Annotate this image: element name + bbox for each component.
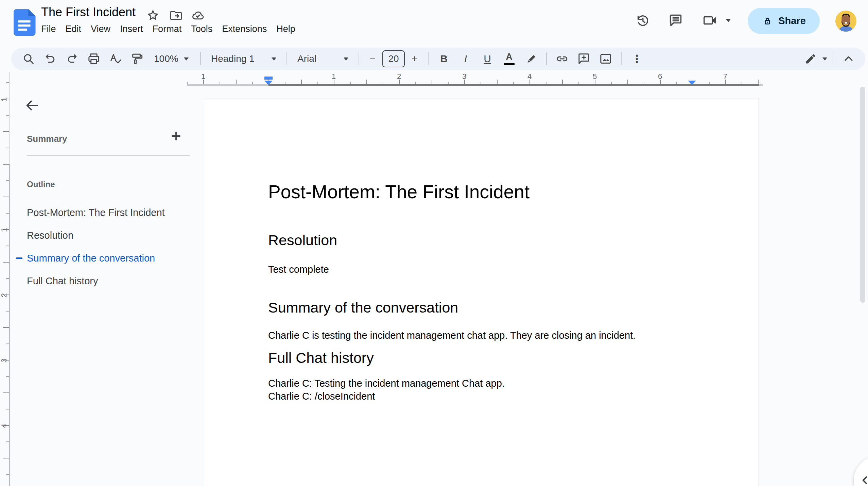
share-button[interactable]: Share: [748, 8, 820, 34]
font-size-input[interactable]: 20: [382, 50, 405, 67]
chat-line: Charlie C: Testing the incident manageme…: [268, 377, 505, 390]
call-options-caret-icon[interactable]: [726, 19, 731, 22]
add-summary-button[interactable]: [167, 127, 185, 145]
plus-icon: [170, 130, 183, 143]
doc-heading2-resolution[interactable]: Resolution: [268, 232, 337, 249]
share-button-label: Share: [778, 15, 806, 27]
active-item-dash-icon: [16, 257, 22, 259]
outline-item-label: Resolution: [27, 230, 73, 241]
search-icon: [22, 52, 35, 66]
document-page[interactable]: Post-Mortem: The First Incident Resoluti…: [204, 99, 759, 486]
add-comment-button[interactable]: [574, 49, 594, 69]
hide-menus-button[interactable]: [839, 49, 858, 69]
doc-heading2-summary[interactable]: Summary of the conversation: [268, 299, 458, 316]
outline-item[interactable]: Resolution: [10, 224, 194, 247]
print-button[interactable]: [84, 49, 104, 69]
chevron-left-icon: [858, 473, 868, 486]
underline-button[interactable]: U: [478, 49, 497, 69]
toolbar-divider: [833, 52, 833, 65]
vruler-content-edge: [9, 164, 10, 486]
undo-icon: [44, 52, 57, 66]
menu-insert[interactable]: Insert: [115, 21, 148, 36]
ruler-number: 4: [527, 72, 532, 81]
show-side-panel-button[interactable]: [854, 456, 868, 486]
menu-edit[interactable]: Edit: [61, 21, 86, 36]
vertical-scrollbar-thumb[interactable]: [860, 87, 865, 303]
ruler-number: 1: [201, 72, 205, 81]
outline-item-label: Post-Mortem: The First Incident: [27, 207, 165, 218]
toolbar-right-group: [801, 49, 858, 69]
spellcheck-icon: [109, 52, 122, 66]
plus-icon: +: [412, 54, 418, 64]
menu-tools[interactable]: Tools: [186, 21, 217, 36]
style-value: Heading 1: [211, 53, 255, 64]
toolbar: 100% Heading 1 Arial − 20 + B I U: [11, 48, 865, 70]
text-color-button[interactable]: A: [499, 49, 519, 69]
doc-paragraph[interactable]: Charlie C: Testing the incident manageme…: [268, 377, 505, 403]
search-menus-button[interactable]: [19, 49, 38, 69]
google-docs-window: The First Incident File Edit View Insert…: [0, 0, 868, 486]
first-line-indent-marker[interactable]: [264, 77, 273, 80]
ruler-number: 1: [332, 72, 336, 81]
menu-bar: File Edit View Insert Format Tools Exten…: [36, 21, 300, 37]
left-indent-marker[interactable]: [264, 81, 273, 85]
spelling-grammar-button[interactable]: [106, 49, 125, 69]
highlight-color-button[interactable]: [521, 49, 541, 69]
zoom-select[interactable]: 100%: [149, 49, 195, 69]
vruler-number: 1: [0, 226, 8, 234]
ruler-number: 6: [658, 72, 662, 81]
editing-mode-caret-icon[interactable]: [822, 57, 827, 61]
docs-logo-icon[interactable]: [14, 9, 36, 36]
comments-button[interactable]: [667, 12, 684, 29]
bold-button[interactable]: B: [434, 49, 454, 69]
doc-heading2-chat-history[interactable]: Full Chat history: [268, 350, 374, 366]
insert-image-button[interactable]: [596, 49, 615, 69]
chat-line: Charlie C: /closeIncident: [268, 390, 505, 403]
undo-button[interactable]: [40, 49, 60, 69]
sidebar-divider: [27, 155, 190, 156]
outline-item[interactable]: Post-Mortem: The First Incident: [10, 201, 194, 224]
account-avatar[interactable]: [835, 11, 856, 32]
close-outline-button[interactable]: [22, 96, 41, 115]
toolbar-divider: [546, 52, 547, 65]
doc-paragraph[interactable]: Charlie C is testing the incident manage…: [268, 329, 636, 342]
outline-item-label: Summary of the conversation: [27, 253, 155, 264]
increase-font-size-button[interactable]: +: [407, 49, 422, 69]
ruler-number: 7: [723, 72, 727, 81]
toolbar-divider: [200, 52, 201, 65]
outline-list: Post-Mortem: The First Incident Resoluti…: [10, 201, 194, 292]
document-title[interactable]: The First Incident: [41, 5, 136, 20]
cloud-saved-icon: [191, 9, 205, 22]
lock-icon: [762, 15, 773, 27]
menu-help[interactable]: Help: [272, 21, 300, 36]
zoom-value: 100%: [154, 53, 178, 64]
redo-button[interactable]: [62, 49, 82, 69]
decrease-font-size-button[interactable]: −: [365, 49, 380, 69]
ruler-number: 3: [462, 72, 466, 81]
italic-button[interactable]: I: [456, 49, 475, 69]
menu-extensions[interactable]: Extensions: [217, 21, 272, 36]
ruler-number: 2: [397, 72, 401, 81]
paint-format-button[interactable]: [127, 49, 147, 69]
insert-link-button[interactable]: [552, 49, 572, 69]
outline-item-active[interactable]: Summary of the conversation: [10, 247, 194, 270]
font-family-select[interactable]: Arial: [293, 49, 353, 69]
outline-item-label: Full Chat history: [27, 275, 98, 287]
back-arrow-icon: [24, 98, 40, 113]
menu-view[interactable]: View: [86, 21, 115, 36]
paragraph-style-select[interactable]: Heading 1: [206, 49, 281, 69]
doc-paragraph[interactable]: Test complete: [268, 263, 329, 276]
menu-file[interactable]: File: [36, 21, 61, 36]
menu-format[interactable]: Format: [148, 21, 187, 36]
style-caret-icon: [272, 57, 276, 61]
join-call-button[interactable]: [701, 12, 720, 29]
editing-mode-button[interactable]: [801, 49, 820, 69]
right-indent-marker[interactable]: [688, 81, 696, 85]
outline-item[interactable]: Full Chat history: [10, 270, 194, 292]
vruler-number: 4: [0, 422, 8, 430]
ruler-major-ticks: [203, 80, 761, 84]
more-toolbar-options-button[interactable]: ⋮: [627, 49, 647, 69]
chevron-up-icon: [842, 52, 855, 66]
version-history-button[interactable]: [634, 12, 650, 29]
doc-heading1[interactable]: Post-Mortem: The First Incident: [268, 181, 530, 203]
